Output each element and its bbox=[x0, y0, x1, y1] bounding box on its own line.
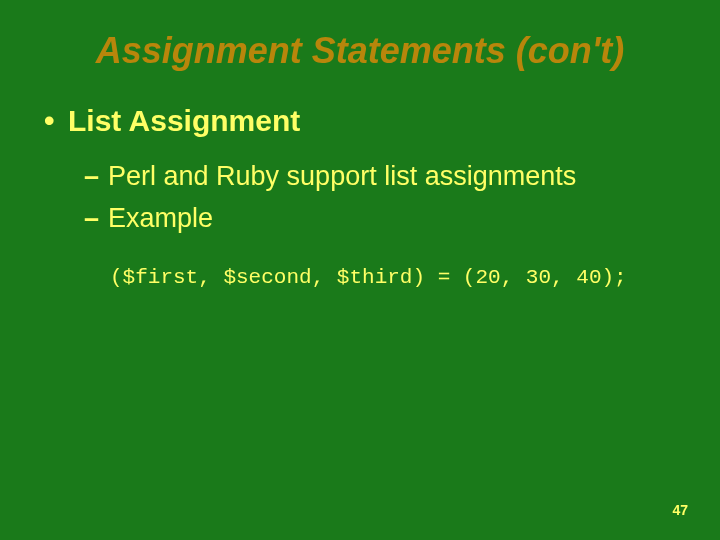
bullet-level2: Perl and Ruby support list assignments bbox=[40, 158, 680, 194]
code-example: ($first, $second, $third) = (20, 30, 40)… bbox=[110, 264, 680, 291]
slide-title: Assignment Statements (con't) bbox=[40, 30, 680, 72]
page-number: 47 bbox=[672, 502, 688, 518]
bullet-level2: Example bbox=[40, 200, 680, 236]
slide: Assignment Statements (con't) List Assig… bbox=[0, 0, 720, 540]
bullet-level1: List Assignment bbox=[40, 102, 680, 140]
